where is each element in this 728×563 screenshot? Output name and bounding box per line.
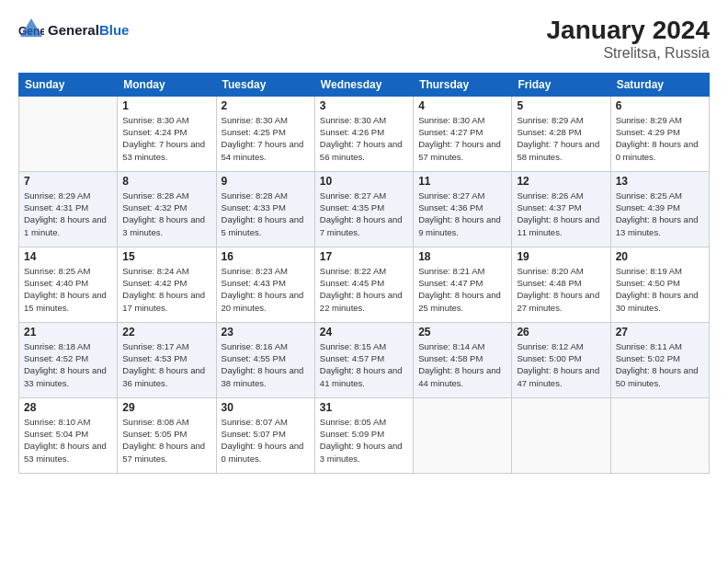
day-number: 4 [418,99,506,112]
calendar-cell: 5Sunrise: 8:29 AMSunset: 4:28 PMDaylight… [512,96,610,171]
page-header: General GeneralBlue January 2024 Strelit… [18,17,710,62]
calendar-cell: 7Sunrise: 8:29 AMSunset: 4:31 PMDaylight… [19,171,118,247]
day-number: 9 [222,175,310,188]
dow-header-friday: Friday [512,73,610,96]
day-info: Sunrise: 8:21 AMSunset: 4:47 PMDaylight:… [418,265,506,314]
day-info: Sunrise: 8:24 AMSunset: 4:42 PMDaylight:… [122,265,210,314]
day-info: Sunrise: 8:29 AMSunset: 4:28 PMDaylight:… [517,114,605,163]
day-number: 29 [122,401,210,414]
day-number: 21 [24,326,112,339]
day-info: Sunrise: 8:28 AMSunset: 4:32 PMDaylight:… [122,190,210,238]
day-number: 15 [122,250,210,263]
day-number: 12 [517,175,605,188]
calendar-week-1: 7Sunrise: 8:29 AMSunset: 4:31 PMDaylight… [19,171,710,247]
calendar-cell: 23Sunrise: 8:16 AMSunset: 4:55 PMDayligh… [216,322,314,397]
day-number: 3 [320,99,408,112]
day-info: Sunrise: 8:15 AMSunset: 4:57 PMDaylight:… [320,340,408,389]
calendar-cell: 28Sunrise: 8:10 AMSunset: 5:04 PMDayligh… [19,397,118,473]
day-number: 6 [616,99,704,112]
calendar-cell [414,397,512,473]
day-of-week-row: SundayMondayTuesdayWednesdayThursdayFrid… [19,73,710,96]
day-number: 30 [222,401,310,414]
calendar-cell: 18Sunrise: 8:21 AMSunset: 4:47 PMDayligh… [414,247,512,322]
day-number: 24 [320,326,408,339]
day-number: 7 [24,175,112,188]
calendar-cell: 27Sunrise: 8:11 AMSunset: 5:02 PMDayligh… [610,322,709,397]
day-info: Sunrise: 8:22 AMSunset: 4:45 PMDaylight:… [320,265,408,314]
calendar-cell: 14Sunrise: 8:25 AMSunset: 4:40 PMDayligh… [19,247,118,322]
calendar-cell: 22Sunrise: 8:17 AMSunset: 4:53 PMDayligh… [118,322,216,397]
day-info: Sunrise: 8:12 AMSunset: 5:00 PMDaylight:… [517,340,605,389]
calendar-cell: 26Sunrise: 8:12 AMSunset: 5:00 PMDayligh… [512,322,610,397]
day-info: Sunrise: 8:30 AMSunset: 4:26 PMDaylight:… [320,114,408,163]
day-info: Sunrise: 8:25 AMSunset: 4:39 PMDaylight:… [616,190,704,238]
day-number: 19 [517,250,605,263]
logo-general: General [48,22,99,38]
day-info: Sunrise: 8:05 AMSunset: 5:09 PMDaylight:… [320,416,408,465]
calendar-cell: 8Sunrise: 8:28 AMSunset: 4:32 PMDaylight… [118,171,216,247]
day-info: Sunrise: 8:19 AMSunset: 4:50 PMDaylight:… [616,265,704,314]
dow-header-wednesday: Wednesday [314,73,413,96]
calendar-cell: 9Sunrise: 8:28 AMSunset: 4:33 PMDaylight… [216,171,314,247]
calendar-cell: 2Sunrise: 8:30 AMSunset: 4:25 PMDaylight… [216,96,314,171]
day-info: Sunrise: 8:23 AMSunset: 4:43 PMDaylight:… [222,265,310,314]
day-info: Sunrise: 8:18 AMSunset: 4:52 PMDaylight:… [24,340,112,389]
day-number: 2 [222,99,310,112]
day-info: Sunrise: 8:30 AMSunset: 4:24 PMDaylight:… [122,114,210,163]
logo-icon: General [18,17,44,42]
page-title: January 2024 [547,17,710,45]
day-number: 28 [24,401,112,414]
calendar-cell: 10Sunrise: 8:27 AMSunset: 4:35 PMDayligh… [314,171,413,247]
day-number: 20 [616,250,704,263]
day-number: 23 [222,326,310,339]
day-info: Sunrise: 8:16 AMSunset: 4:55 PMDaylight:… [222,340,310,389]
calendar-cell: 31Sunrise: 8:05 AMSunset: 5:09 PMDayligh… [314,397,413,473]
day-info: Sunrise: 8:20 AMSunset: 4:48 PMDaylight:… [517,265,605,314]
day-number: 25 [418,326,506,339]
calendar-cell: 13Sunrise: 8:25 AMSunset: 4:39 PMDayligh… [610,171,709,247]
day-info: Sunrise: 8:30 AMSunset: 4:27 PMDaylight:… [418,114,506,163]
dow-header-saturday: Saturday [610,73,709,96]
calendar-cell: 19Sunrise: 8:20 AMSunset: 4:48 PMDayligh… [512,247,610,322]
day-number: 18 [418,250,506,263]
calendar-cell [610,397,709,473]
calendar-cell [512,397,610,473]
day-number: 26 [517,326,605,339]
day-info: Sunrise: 8:28 AMSunset: 4:33 PMDaylight:… [222,190,310,238]
logo: General GeneralBlue [18,17,129,42]
day-info: Sunrise: 8:11 AMSunset: 5:02 PMDaylight:… [616,340,704,389]
page-subtitle: Strelitsa, Russia [547,45,710,62]
calendar-week-0: 1Sunrise: 8:30 AMSunset: 4:24 PMDaylight… [19,96,710,171]
calendar-cell [19,96,118,171]
day-number: 8 [122,175,210,188]
day-info: Sunrise: 8:08 AMSunset: 5:05 PMDaylight:… [122,416,210,465]
dow-header-sunday: Sunday [19,73,118,96]
calendar-cell: 12Sunrise: 8:26 AMSunset: 4:37 PMDayligh… [512,171,610,247]
day-info: Sunrise: 8:29 AMSunset: 4:29 PMDaylight:… [616,114,704,163]
day-info: Sunrise: 8:14 AMSunset: 4:58 PMDaylight:… [418,340,506,389]
day-number: 16 [222,250,310,263]
day-info: Sunrise: 8:30 AMSunset: 4:25 PMDaylight:… [222,114,310,163]
calendar-cell: 11Sunrise: 8:27 AMSunset: 4:36 PMDayligh… [414,171,512,247]
dow-header-tuesday: Tuesday [216,73,314,96]
day-number: 22 [122,326,210,339]
calendar-cell: 17Sunrise: 8:22 AMSunset: 4:45 PMDayligh… [314,247,413,322]
calendar-week-4: 28Sunrise: 8:10 AMSunset: 5:04 PMDayligh… [19,397,710,473]
day-number: 31 [320,401,408,414]
calendar-cell: 1Sunrise: 8:30 AMSunset: 4:24 PMDaylight… [118,96,216,171]
calendar-cell: 25Sunrise: 8:14 AMSunset: 4:58 PMDayligh… [414,322,512,397]
calendar-cell: 15Sunrise: 8:24 AMSunset: 4:42 PMDayligh… [118,247,216,322]
day-number: 10 [320,175,408,188]
calendar-cell: 16Sunrise: 8:23 AMSunset: 4:43 PMDayligh… [216,247,314,322]
logo-blue: Blue [99,22,130,38]
day-info: Sunrise: 8:25 AMSunset: 4:40 PMDaylight:… [24,265,112,314]
calendar-table: SundayMondayTuesdayWednesdayThursdayFrid… [18,73,710,474]
calendar-cell: 30Sunrise: 8:07 AMSunset: 5:07 PMDayligh… [216,397,314,473]
day-info: Sunrise: 8:26 AMSunset: 4:37 PMDaylight:… [517,190,605,238]
calendar-cell: 4Sunrise: 8:30 AMSunset: 4:27 PMDaylight… [414,96,512,171]
day-info: Sunrise: 8:27 AMSunset: 4:36 PMDaylight:… [418,190,506,238]
day-number: 17 [320,250,408,263]
day-number: 27 [616,326,704,339]
dow-header-thursday: Thursday [414,73,512,96]
calendar-week-3: 21Sunrise: 8:18 AMSunset: 4:52 PMDayligh… [19,322,710,397]
